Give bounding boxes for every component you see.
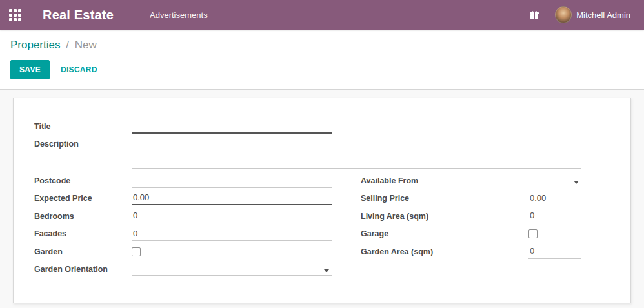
field-row-garden: Garden — [14, 243, 332, 261]
apps-grid-icon — [9, 9, 21, 21]
living-area-input[interactable] — [528, 210, 581, 223]
app-title[interactable]: Real Estate — [43, 8, 114, 23]
available-from-label: Available From — [361, 176, 528, 185]
discard-button[interactable]: DISCARD — [61, 65, 97, 74]
garage-label: Garage — [361, 229, 528, 238]
breadcrumb-properties[interactable]: Properties — [10, 39, 60, 51]
postcode-input[interactable] — [132, 175, 332, 188]
field-row-postcode: Postcode — [14, 172, 332, 190]
field-row-expected-price: Expected Price — [14, 190, 332, 208]
user-menu[interactable]: Mitchell Admin — [576, 10, 630, 20]
breadcrumb-separator: / — [63, 39, 72, 51]
field-row-bedrooms: Bedrooms — [14, 207, 332, 225]
field-row-selling-price: Selling Price — [361, 190, 581, 208]
garden-orientation-select[interactable] — [132, 263, 332, 276]
field-row-living-area: Living Area (sqm) — [361, 207, 581, 225]
user-avatar[interactable] — [555, 6, 572, 23]
field-row-garage: Garage — [361, 225, 581, 243]
breadcrumb: Properties / New — [10, 39, 634, 52]
postcode-label: Postcode — [34, 176, 132, 185]
garden-area-input[interactable] — [528, 246, 581, 259]
control-panel: Properties / New SAVE DISCARD — [0, 30, 644, 90]
living-area-label: Living Area (sqm) — [361, 212, 528, 221]
expected-price-label: Expected Price — [34, 194, 132, 203]
save-button[interactable]: SAVE — [10, 60, 50, 79]
field-row-facades: Facades — [14, 225, 332, 243]
expected-price-input[interactable] — [132, 192, 332, 205]
form-sheet: Title Description Postcode Expected Pric… — [13, 98, 631, 303]
chevron-down-icon — [324, 269, 329, 272]
bedrooms-label: Bedrooms — [34, 212, 132, 221]
breadcrumb-current: New — [75, 39, 97, 51]
garage-checkbox[interactable] — [528, 229, 538, 238]
content-area: Title Description Postcode Expected Pric… — [0, 90, 644, 308]
available-from-select[interactable] — [528, 174, 581, 187]
bedrooms-input[interactable] — [132, 210, 332, 223]
selling-price-label: Selling Price — [361, 194, 528, 203]
selling-price-input[interactable] — [528, 192, 581, 205]
top-navbar: Real Estate Advertisements Mitchell Admi… — [0, 0, 644, 30]
garden-checkbox[interactable] — [132, 247, 141, 256]
garden-area-label: Garden Area (sqm) — [361, 247, 528, 256]
field-row-garden-area: Garden Area (sqm) — [361, 243, 581, 261]
garden-orientation-label: Garden Orientation — [34, 265, 132, 274]
facades-input[interactable] — [132, 228, 332, 241]
field-row-garden-orientation: Garden Orientation — [14, 261, 332, 279]
title-input[interactable] — [132, 121, 332, 134]
nav-menu-advertisements[interactable]: Advertisements — [150, 10, 208, 20]
field-row-available-from: Available From — [361, 172, 581, 190]
description-input[interactable] — [132, 134, 581, 169]
facades-label: Facades — [34, 229, 132, 238]
apps-menu-button[interactable] — [0, 0, 30, 30]
title-label: Title — [34, 122, 132, 131]
gift-icon[interactable] — [529, 10, 539, 20]
description-label: Description — [34, 134, 132, 149]
chevron-down-icon — [574, 181, 579, 184]
garden-label: Garden — [34, 247, 132, 256]
